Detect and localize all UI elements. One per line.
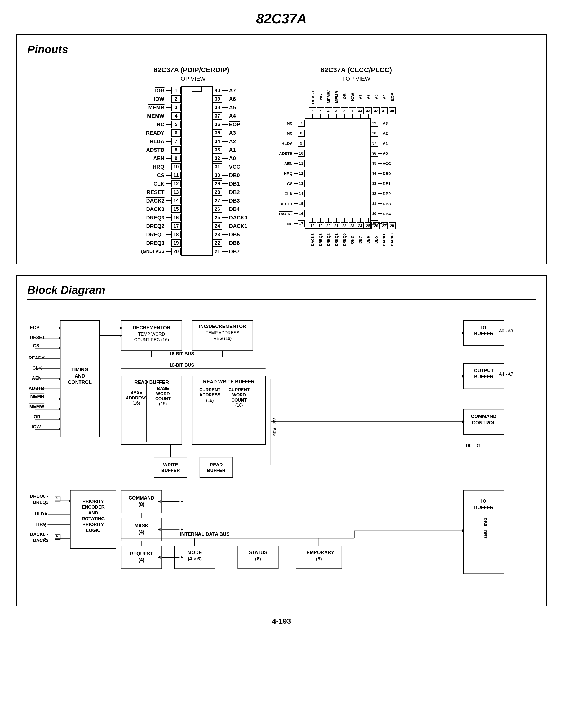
svg-text:AND: AND: [88, 510, 98, 515]
svg-marker-162: [462, 529, 465, 532]
svg-text:WORD: WORD: [156, 391, 170, 396]
svg-rect-48: [121, 376, 182, 444]
svg-text:(4): (4): [138, 557, 144, 563]
pdip-right-pins: 40A7 39A6 38A5 37A4 36EOP 35A3 34A2 33A1…: [213, 86, 256, 256]
svg-text:ROTATING: ROTATING: [82, 516, 105, 521]
svg-text:D0 - D1: D0 - D1: [466, 443, 481, 448]
svg-marker-140: [120, 327, 122, 329]
clcc-middle-row: NC 7 NC 8 HLDA 9: [277, 118, 399, 229]
svg-rect-84: [463, 409, 504, 434]
clcc-left-pins: NC 7 NC 8 HLDA 9: [277, 118, 305, 229]
clcc-sublabel: TOP VIEW: [342, 75, 371, 82]
svg-text:LOGIC: LOGIC: [86, 528, 101, 533]
svg-text:WORD: WORD: [232, 392, 246, 397]
block-diagram-svg: EOP RESET CS READY CLK AEN ADSTB: [27, 307, 536, 598]
svg-text:TEMP WORD: TEMP WORD: [138, 332, 165, 336]
svg-text:(16): (16): [235, 403, 243, 407]
svg-rect-104: [55, 535, 60, 539]
svg-rect-58: [192, 376, 266, 444]
clcc-chip: 82C37A (CLCC/PLCC) TOP VIEW READY 6 NC 5: [277, 66, 436, 250]
svg-text:ADDRESS: ADDRESS: [199, 392, 220, 397]
svg-text:OUTPUT: OUTPUT: [474, 368, 494, 374]
svg-text:ADDRESS: ADDRESS: [126, 396, 147, 400]
svg-text:MASK: MASK: [134, 523, 149, 528]
page-title: 82C37A: [16, 11, 547, 26]
svg-text:4: 4: [56, 495, 58, 500]
svg-marker-148: [158, 528, 160, 531]
svg-marker-145: [158, 500, 160, 503]
svg-text:WRITE: WRITE: [163, 462, 178, 467]
svg-text:BUFFER: BUFFER: [474, 374, 494, 379]
svg-text:CURRENT: CURRENT: [199, 387, 220, 392]
svg-text:BUFFER: BUFFER: [161, 468, 180, 473]
svg-text:INTERNAL DATA BUS: INTERNAL DATA BUS: [180, 532, 229, 537]
svg-text:TIMING: TIMING: [71, 367, 88, 372]
svg-text:TEMPORARY: TEMPORARY: [304, 550, 334, 555]
svg-text:PRIORITY: PRIORITY: [82, 522, 104, 527]
page-footer: 4-193: [16, 617, 547, 626]
svg-rect-93: [55, 497, 60, 501]
svg-marker-25: [59, 418, 62, 421]
pinouts-section: Pinouts 82C37A (PDIP/CERDIP) TOP VIEW IO…: [16, 34, 547, 264]
svg-text:CLK: CLK: [32, 365, 42, 371]
svg-rect-30: [60, 320, 99, 437]
svg-text:HRQ: HRQ: [36, 522, 46, 527]
svg-text:A0 - A3: A0 - A3: [499, 329, 513, 333]
block-diagram-title: Block Diagram: [27, 284, 536, 300]
clcc-right-pins: 39 A3 38 A2 37 A1: [371, 118, 399, 229]
svg-text:DACK3: DACK3: [33, 538, 48, 543]
svg-text:AND: AND: [74, 373, 85, 379]
svg-text:IO: IO: [481, 325, 486, 330]
block-diagram-section: Block Diagram EOP RESET CS READY CLK: [16, 275, 547, 606]
svg-text:STATUS: STATUS: [249, 550, 267, 555]
svg-text:DREQ3: DREQ3: [33, 500, 48, 505]
svg-marker-22: [59, 408, 62, 411]
clcc-top-pins: READY 6 NC 5 MEMW 4 MEM: [309, 86, 396, 118]
svg-text:MEMR: MEMR: [30, 394, 44, 399]
block-diagram: EOP RESET CS READY CLK AEN ADSTB: [27, 307, 536, 598]
svg-marker-1: [59, 327, 62, 329]
svg-marker-141: [120, 334, 122, 337]
svg-text:READ: READ: [210, 462, 223, 467]
pinouts-title: Pinouts: [27, 43, 536, 59]
svg-marker-151: [158, 556, 160, 559]
clcc-bottom-pins: 18 DACK3 19 DREQ3 20 DREQ2: [309, 218, 396, 250]
pdip-body: [181, 86, 213, 256]
svg-text:COUNT: COUNT: [231, 398, 247, 402]
svg-text:(16): (16): [159, 401, 167, 406]
svg-text:REG (16): REG (16): [213, 336, 232, 341]
svg-rect-121: [174, 546, 215, 569]
clcc-label: 82C37A (CLCC/PLCC): [321, 66, 392, 74]
svg-text:COMMAND: COMMAND: [128, 495, 154, 501]
svg-text:MODE: MODE: [187, 550, 202, 555]
svg-rect-76: [463, 320, 504, 346]
svg-rect-112: [121, 490, 162, 513]
svg-text:16-BIT BUS: 16-BIT BUS: [169, 362, 194, 368]
svg-text:IOR: IOR: [32, 414, 41, 419]
svg-text:REQUEST: REQUEST: [130, 551, 153, 556]
svg-marker-164: [462, 332, 465, 334]
svg-text:ADSTB: ADSTB: [29, 386, 44, 391]
svg-text:COUNT REG (16): COUNT REG (16): [134, 337, 169, 342]
svg-text:PRIORITY: PRIORITY: [82, 498, 104, 504]
pdip-left-pins: IOR1 IOW2 MEMR3 MEMW4 NC5 READY6 HLDA7 A…: [127, 86, 181, 256]
svg-rect-115: [121, 518, 162, 541]
svg-rect-124: [238, 546, 278, 569]
svg-marker-149: [181, 528, 183, 531]
svg-text:RESET: RESET: [30, 335, 45, 340]
svg-text:A8 - A15: A8 - A15: [272, 418, 277, 436]
svg-text:COMMAND: COMMAND: [471, 414, 497, 419]
svg-text:(16): (16): [206, 398, 214, 403]
svg-text:BASE: BASE: [130, 390, 142, 395]
svg-marker-166: [462, 375, 465, 378]
svg-text:TEMP ADDRESS: TEMP ADDRESS: [205, 330, 239, 335]
pdip-sublabel: TOP VIEW: [177, 75, 205, 82]
svg-text:DREQ0 -: DREQ0 -: [30, 493, 48, 499]
svg-text:BUFFER: BUFFER: [474, 331, 494, 336]
svg-marker-152: [181, 556, 183, 559]
svg-text:READ WRITE BUFFER: READ WRITE BUFFER: [203, 379, 254, 384]
svg-text:BASE: BASE: [157, 386, 169, 391]
svg-text:IOW: IOW: [32, 424, 41, 429]
svg-text:COUNT: COUNT: [155, 396, 171, 401]
pdip-chip: 82C37A (PDIP/CERDIP) TOP VIEW IOR1 IOW2 …: [127, 66, 256, 256]
